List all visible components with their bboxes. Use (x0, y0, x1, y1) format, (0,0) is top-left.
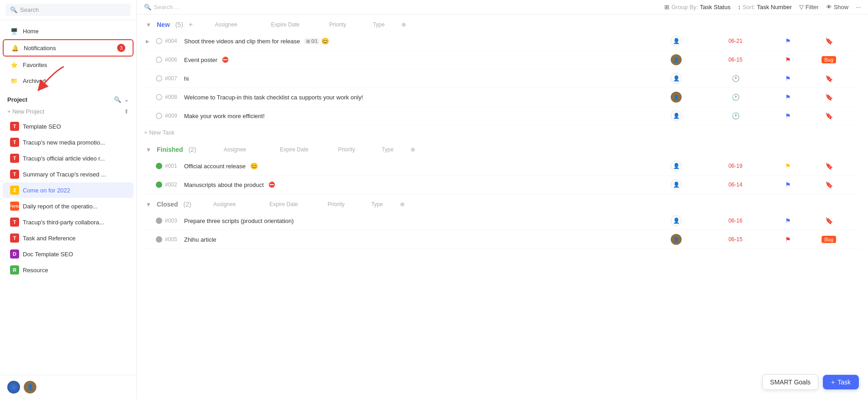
table-row[interactable]: #009 Make your work more efficient! 👤 🕐 … (144, 107, 861, 125)
task-name-cell: #008 Welcome to Tracup-in this task chec… (144, 94, 647, 101)
project-badge: T (10, 170, 19, 179)
task-status-circle[interactable] (156, 38, 162, 44)
project-item-tracup-article[interactable]: T Tracup's official article video r... (3, 150, 134, 166)
table-row[interactable]: ▶ #004 Shoot three videos and clip them … (144, 32, 861, 51)
col-assignee: 👤 (647, 234, 706, 245)
collapse-new-btn[interactable]: ▼ (144, 20, 153, 29)
task-number: #004 (165, 38, 181, 44)
add-new-task-row[interactable]: + New Task (144, 125, 861, 140)
col-type: Bug (811, 56, 847, 63)
sidebar-item-archived[interactable]: 📁 Archived (3, 73, 134, 88)
main-search-placeholder: Search ... (154, 4, 180, 10)
task-status-circle[interactable] (156, 94, 162, 100)
project-name: Tracup's new media promotio... (23, 139, 105, 146)
project-badge: T (10, 154, 19, 163)
col-date: 🕐 (706, 75, 765, 82)
task-title: Manuscripts about the product (184, 181, 264, 188)
sidebar-item-notifications[interactable]: 🔔 Notifications 3 (3, 39, 134, 57)
project-badge: T (10, 122, 19, 131)
task-status-circle[interactable] (156, 163, 162, 169)
task-number: #005 (165, 236, 181, 243)
project-item-resource[interactable]: R Resource (3, 262, 134, 278)
task-title: Make your work more efficient! (184, 113, 265, 119)
priority-flag: ⚑ (785, 217, 791, 224)
task-status-circle[interactable] (156, 218, 162, 224)
table-row[interactable]: #007 hi 👤 🕐 ⚑ 🔖 (144, 69, 861, 88)
col-add-header[interactable]: ⊕ (397, 21, 411, 28)
task-title: Event poster (184, 57, 217, 63)
smart-goals-button[interactable]: SMART Goals (762, 374, 818, 390)
task-title: Welcome to Tracup-in this task checklist… (184, 94, 363, 101)
col-assignee-header: Assignee (196, 21, 256, 28)
table-row[interactable]: #001 Official account release 😊 👤 06-19 … (144, 157, 861, 176)
sort-label: Sort: (743, 4, 755, 10)
task-status-circle[interactable] (156, 75, 162, 82)
task-title: Prepare three scripts (product orientati… (184, 218, 294, 224)
task-status-circle[interactable] (156, 113, 162, 119)
task-status-circle[interactable] (156, 181, 162, 188)
sidebar-nav: 🖥️ Home 🔔 Notifications 3 ⭐ Favorites 📁 … (0, 20, 136, 92)
col-assignee: 👤 (647, 179, 706, 190)
col-add-header[interactable]: ⊕ (406, 146, 420, 153)
col-date: 06-15 (706, 57, 765, 63)
expand-btn[interactable]: ▶ (146, 39, 153, 44)
expand-icon[interactable]: ⌄ (124, 96, 129, 103)
show-label: Show (834, 4, 849, 10)
table-row[interactable]: #005 Zhihu article 👤 06-15 ⚑ Bug (144, 230, 861, 249)
group-finished-count: (2) (188, 146, 196, 153)
project-item-come-on-2022[interactable]: 2 Come on for 2022 (3, 182, 134, 198)
assignee-placeholder: 👤 (671, 161, 682, 171)
main-search-icon: 🔍 (144, 4, 151, 10)
project-badge: T (10, 218, 19, 227)
add-task-label: + New Task (144, 129, 175, 136)
star-icon: ⭐ (10, 61, 18, 69)
table-row[interactable]: #008 Welcome to Tracup-in this task chec… (144, 88, 861, 107)
search-projects-icon[interactable]: 🔍 (114, 96, 121, 103)
type-bookmark: 🔖 (825, 217, 833, 224)
project-item-doc-template[interactable]: D Doc Template SEO (3, 246, 134, 262)
col-priority: ⚑ (765, 37, 811, 45)
col-priority: ⚑ (765, 112, 811, 119)
filter-control[interactable]: ▽ Filter (799, 4, 819, 10)
footer-avatar-1[interactable] (7, 381, 20, 394)
priority-flag: ⚑ (785, 75, 791, 82)
project-item-daily-report[interactable]: Fortu Daily report of the operatio... (3, 198, 134, 214)
project-item-template-seo[interactable]: T Template SEO (3, 119, 134, 134)
type-bookmark: 🔖 (825, 162, 833, 170)
col-date: 06-21 (706, 38, 765, 44)
add-task-button[interactable]: + Task (823, 375, 859, 389)
project-item-third-party[interactable]: T Tracup's third-party collabora... (3, 214, 134, 230)
main-search[interactable]: 🔍 Search ... (144, 4, 659, 10)
group-new: ▼ New (5) + Assignee Expire Date Priorit… (144, 15, 861, 140)
new-project-button[interactable]: + New Project ⬆ (0, 105, 136, 118)
show-control[interactable]: 👁 Show (826, 4, 849, 10)
table-row[interactable]: #006 Event poster ⛔ 👤 06-15 ⚑ Bug (144, 51, 861, 69)
group-new-add-btn[interactable]: + (189, 21, 193, 29)
col-assignee: 👤 (647, 73, 706, 84)
col-assignee: 👤 (647, 110, 706, 121)
table-row[interactable]: #003 Prepare three scripts (product orie… (144, 212, 861, 230)
more-options[interactable]: ··· (856, 4, 861, 10)
group-by-control[interactable]: ⊞ Group By: Task Status (664, 4, 730, 10)
sidebar-search-box[interactable]: 🔍 Search (5, 4, 131, 16)
col-add-header[interactable]: ⊕ (395, 201, 409, 207)
task-status-circle[interactable] (156, 236, 162, 243)
sort-control[interactable]: ↕ Sort: Task Number (738, 4, 792, 10)
task-status-circle[interactable] (156, 57, 162, 63)
task-number: #009 (165, 113, 181, 119)
table-row[interactable]: #002 Manuscripts about the product ⛔ 👤 0… (144, 176, 861, 194)
project-item-task-reference[interactable]: T Task and Reference (3, 230, 134, 246)
group-new-title: New (157, 21, 172, 28)
collapse-closed-btn[interactable]: ▼ (144, 200, 153, 209)
sidebar-item-home[interactable]: 🖥️ Home (3, 23, 134, 39)
sidebar: 🔍 Search 🖥️ Home 🔔 Notifications 3 ⭐ Fav… (0, 0, 137, 399)
col-date: 06-19 (706, 163, 765, 169)
project-item-tracup-media[interactable]: T Tracup's new media promotio... (3, 135, 134, 150)
footer-avatar-2[interactable]: 👤 (24, 381, 36, 394)
collapse-finished-btn[interactable]: ▼ (144, 145, 153, 154)
new-project-label: + New Project (7, 108, 44, 115)
section-header-actions: 🔍 ⌄ (114, 96, 129, 103)
sidebar-item-favorites[interactable]: ⭐ Favorites (3, 57, 134, 73)
project-item-tracup-revised[interactable]: T Summary of Tracup's revised ... (3, 166, 134, 182)
group-by-icon: ⊞ (664, 4, 669, 10)
